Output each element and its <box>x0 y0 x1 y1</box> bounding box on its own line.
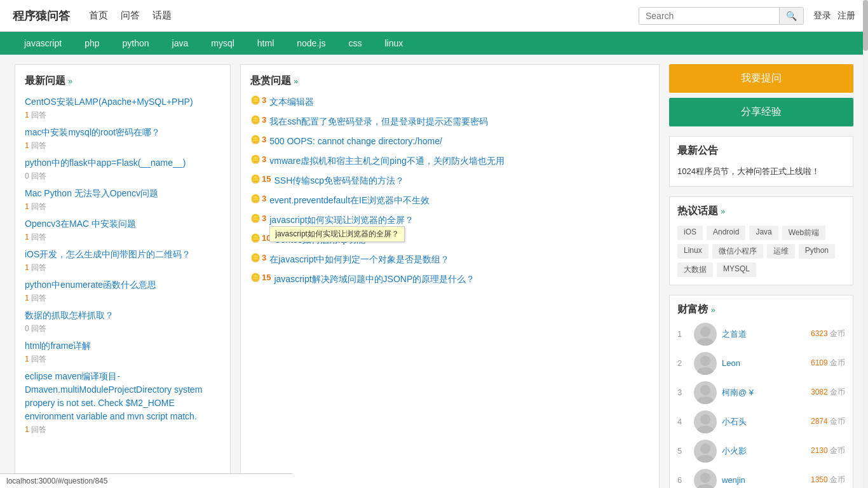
notice-title: 最新公告 <box>677 144 845 158</box>
wealth-item: 5 小火影 2130 金币 <box>677 440 845 463</box>
coin-icon: 🪙 <box>250 273 261 282</box>
topic-android[interactable]: Android <box>707 226 745 240</box>
reward-item: 🪙3 我在ssh配置了免密码登录，但是登录时提示还需要密码 <box>250 115 649 128</box>
tag-php[interactable]: php <box>73 32 111 55</box>
question-link[interactable]: Opencv3在MAC 中安装问题 <box>25 219 136 229</box>
reward-item: 🪙15 javascript解决跨域问题中的JSONP的原理是什么？ <box>250 273 649 286</box>
auth-links: 登录 注册 <box>813 10 855 22</box>
latest-questions-title: 最新问题 » <box>25 74 220 88</box>
login-link[interactable]: 登录 <box>813 10 831 22</box>
tag-javascript[interactable]: javascript <box>13 32 73 55</box>
hot-topics-title: 热议话题 » <box>677 205 845 218</box>
question-link[interactable]: html的frame详解 <box>25 341 91 351</box>
avatar <box>694 440 717 463</box>
svg-point-10 <box>700 473 710 483</box>
reward-questions-panel: 悬赏问题 » 🪙3 文本编辑器 🪙3 我在ssh配置了免密码登录，但是登录时提示… <box>240 64 660 488</box>
topic-ops[interactable]: 运维 <box>767 244 795 259</box>
wealth-item: 6 wenjin 1350 金币 <box>677 469 845 488</box>
reward-item: 🪙3 500 OOPS: cannot change directory:/ho… <box>250 135 649 148</box>
topic-wechat[interactable]: 微信小程序 <box>712 244 763 259</box>
avatar <box>694 469 717 488</box>
question-link[interactable]: iOS开发，怎么生成中间带图片的二维码？ <box>25 249 191 259</box>
nav-topics[interactable]: 话题 <box>153 6 172 25</box>
svg-point-0 <box>700 327 710 337</box>
coin-icon: 🪙 <box>250 214 261 223</box>
main-container: 最新问题 » CentOS安装LAMP(Apache+MySQL+PHP) 1 … <box>8 55 860 488</box>
topic-ios[interactable]: iOS <box>677 226 703 240</box>
list-item: iOS开发，怎么生成中间带图片的二维码？ 1 回答 <box>25 248 220 273</box>
wealth-item: 1 之首道 6323 金币 <box>677 323 845 346</box>
svg-point-4 <box>700 385 710 395</box>
wealth-item: 2 Leon 6109 金币 <box>677 352 845 375</box>
question-link[interactable]: mac中安装mysql的root密码在哪？ <box>25 127 160 137</box>
topic-python[interactable]: Python <box>799 244 835 259</box>
reward-link[interactable]: javascript解决跨域问题中的JSONP的原理是什么？ <box>274 273 475 286</box>
nav-home[interactable]: 首页 <box>89 6 108 25</box>
reward-link[interactable]: javascript如何实现让浏览器的全屏？ <box>269 215 414 225</box>
reward-item: 🪙3 vmware虚拟机和宿主主机之间ping不通，关闭防火墙也无用 <box>250 154 649 168</box>
reward-link[interactable]: 文本编辑器 <box>269 95 314 109</box>
wealth-item: 4 小石头 2874 金币 <box>677 410 845 433</box>
scrollbar-track <box>863 0 868 488</box>
nav-qa[interactable]: 问答 <box>121 6 140 25</box>
coin-icon: 🪙 <box>250 174 261 184</box>
reward-link[interactable]: event.preventdefault在IE浏览器中不生效 <box>269 194 430 207</box>
question-link[interactable]: python中enumerate函数什么意思 <box>25 280 156 290</box>
reward-link[interactable]: 我在ssh配置了免密码登录，但是登录时提示还需要密码 <box>269 115 488 128</box>
question-link[interactable]: eclipse maven编译项目-Dmaven.multiModuleProj… <box>25 371 202 421</box>
svg-point-2 <box>700 356 710 366</box>
coin-icon: 🪙 <box>250 194 261 203</box>
reward-questions-more[interactable]: » <box>294 76 298 86</box>
ask-button[interactable]: 我要提问 <box>669 64 853 93</box>
reward-link[interactable]: vmware虚拟机和宿主主机之间ping不通，关闭防火墙也无用 <box>269 154 504 168</box>
notice-section: 最新公告 1024程序员节，大神问答正式上线啦！ <box>669 136 853 187</box>
coin-icon: 🪙 <box>250 253 261 262</box>
wealth-more[interactable]: » <box>710 305 715 315</box>
topic-java[interactable]: Java <box>749 226 778 240</box>
latest-questions-more[interactable]: » <box>68 76 72 86</box>
svg-point-6 <box>700 414 710 424</box>
register-link[interactable]: 注册 <box>837 10 855 22</box>
tag-java[interactable]: java <box>161 32 200 55</box>
reward-item: 🪙3 javascript如何实现让浏览器的全屏？ javascript如何实现… <box>250 214 649 227</box>
header: 程序猿问答 首页 问答 话题 🔍 登录 注册 <box>0 0 868 32</box>
wealth-title: 财富榜 » <box>677 303 845 316</box>
scrollbar-thumb[interactable] <box>863 0 868 51</box>
action-buttons: 我要提问 分享经验 <box>669 64 853 126</box>
topic-linux[interactable]: Linux <box>677 244 709 259</box>
reward-item: 🪙3 event.preventdefault在IE浏览器中不生效 <box>250 194 649 207</box>
tag-mysql[interactable]: mysql <box>200 32 246 55</box>
topic-mysql[interactable]: MYSQL <box>717 262 756 277</box>
tag-linux[interactable]: linux <box>373 32 414 55</box>
coin-icon: 🪙 <box>250 115 261 125</box>
tag-nodejs[interactable]: node.js <box>285 32 337 55</box>
search-input[interactable] <box>639 8 779 24</box>
svg-point-7 <box>697 426 714 433</box>
reward-questions-title: 悬赏问题 » <box>250 74 649 88</box>
avatar <box>694 352 717 375</box>
list-item: eclipse maven编译项目-Dmaven.multiModuleProj… <box>25 370 220 435</box>
topic-webfront[interactable]: Web前端 <box>782 226 825 240</box>
svg-point-8 <box>700 444 710 454</box>
question-link[interactable]: python中的flask中app=Flask(__name__) <box>25 158 186 168</box>
list-item: CentOS安装LAMP(Apache+MySQL+PHP) 1 回答 <box>25 95 220 121</box>
list-item: Opencv3在MAC 中安装问题 1 回答 <box>25 217 220 243</box>
share-button[interactable]: 分享经验 <box>669 98 853 126</box>
tag-python[interactable]: python <box>111 32 161 55</box>
tag-html[interactable]: html <box>246 32 285 55</box>
notice-text: 1024程序员节，大神问答正式上线啦！ <box>677 165 845 179</box>
svg-point-5 <box>697 396 714 404</box>
hot-topics-more[interactable]: » <box>721 207 725 216</box>
reward-link[interactable]: SSH传输scp免密码登陆的方法？ <box>274 174 404 187</box>
reward-link[interactable]: 500 OOPS: cannot change directory:/home/ <box>269 135 442 148</box>
list-item: html的frame详解 1 回答 <box>25 339 220 365</box>
question-link[interactable]: CentOS安装LAMP(Apache+MySQL+PHP) <box>25 97 193 107</box>
svg-point-11 <box>697 484 714 488</box>
question-link[interactable]: 数据的抓取怎样抓取？ <box>25 310 114 320</box>
reward-link[interactable]: 在javascript中如何判定一个对象是否是数组？ <box>269 253 449 266</box>
search-box: 🔍 <box>639 7 804 25</box>
topic-bigdata[interactable]: 大数据 <box>677 262 713 277</box>
tag-css[interactable]: css <box>337 32 373 55</box>
search-button[interactable]: 🔍 <box>779 8 803 24</box>
question-link[interactable]: Mac Python 无法导入Opencv问题 <box>25 188 158 198</box>
